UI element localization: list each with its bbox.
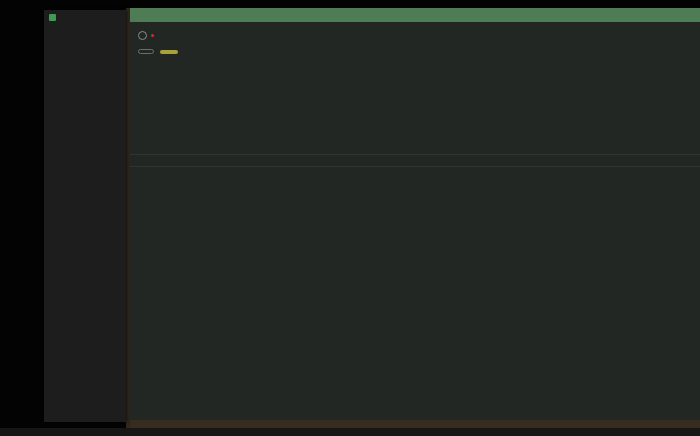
app-sidebar bbox=[44, 10, 126, 422]
status-bar bbox=[130, 420, 700, 428]
windows-taskbar bbox=[0, 428, 700, 436]
hand2note-window bbox=[130, 8, 700, 428]
hands-table-header bbox=[130, 155, 700, 167]
player-row[interactable] bbox=[138, 28, 162, 42]
sidebar-header bbox=[44, 10, 126, 23]
player-status-dot bbox=[151, 34, 154, 37]
add-filter-button[interactable] bbox=[138, 49, 154, 54]
hand2note-logo-icon bbox=[49, 14, 56, 21]
filter-row bbox=[138, 45, 178, 58]
date-filter-chip[interactable] bbox=[160, 50, 178, 54]
menu-bar bbox=[130, 8, 700, 22]
currency-icon bbox=[138, 31, 147, 40]
